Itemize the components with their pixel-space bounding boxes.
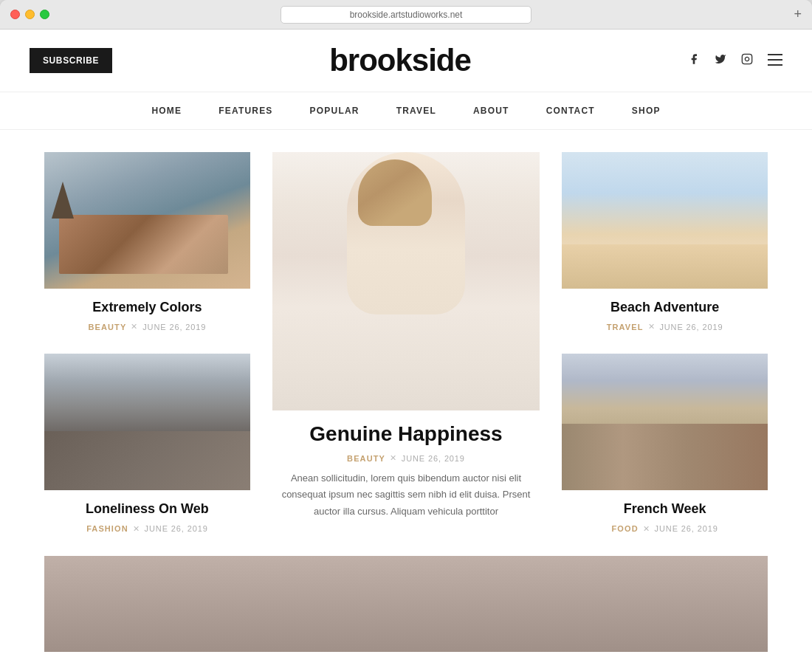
nav-popular[interactable]: POPULAR — [310, 106, 359, 116]
website-content: SUBSCRIBE brookside HOME FEATURES — [0, 30, 812, 660]
post-genuine-happiness[interactable]: Genuine Happiness BEAUTY ✕ JUNE 26, 2019… — [272, 152, 540, 534]
post-title-french-week: French Week — [562, 501, 768, 518]
svg-rect-2 — [768, 54, 782, 55]
nav-about[interactable]: ABOUT — [473, 106, 509, 116]
nav-travel[interactable]: TRAVEL — [396, 106, 436, 116]
nav-contact[interactable]: CONTACT — [546, 106, 595, 116]
post-title-beach-adventure: Beach Adventure — [562, 299, 768, 316]
close-button[interactable] — [10, 10, 20, 19]
browser-window: brookside.artstudioworks.net + SUBSCRIBE… — [0, 0, 812, 660]
post-category-travel[interactable]: TRAVEL — [607, 323, 644, 331]
bottom-banner-image — [44, 556, 768, 652]
post-excerpt-genuine-happiness: Anean sollicitudin, lorem quis bibendum … — [272, 470, 540, 519]
post-title-loneliness: Loneliness On Web — [44, 501, 250, 518]
instagram-icon[interactable] — [741, 53, 753, 68]
post-image-girl — [272, 152, 540, 410]
post-category-food[interactable]: FOOD — [612, 524, 639, 533]
nav-home[interactable]: HOME — [151, 106, 182, 116]
post-meta-loneliness: FASHION ✕ JUNE 26, 2019 — [44, 524, 250, 534]
post-image-coastal — [44, 152, 250, 289]
social-icons-group — [688, 52, 782, 69]
nav-features[interactable]: FEATURES — [219, 106, 272, 116]
post-image-cliff — [44, 354, 250, 490]
post-extremely-colors[interactable]: Extremely Colors BEAUTY ✕ JUNE 26, 2019 — [44, 152, 250, 331]
new-tab-button[interactable]: + — [794, 7, 802, 22]
post-loneliness-on-web[interactable]: Loneliness On Web FASHION ✕ JUNE 26, 201… — [44, 354, 250, 533]
post-image-paris — [562, 354, 768, 490]
post-category-beauty[interactable]: BEAUTY — [89, 323, 127, 331]
browser-titlebar: brookside.artstudioworks.net + — [0, 0, 812, 30]
meta-separator-french: ✕ — [643, 524, 650, 534]
main-navigation: HOME FEATURES POPULAR TRAVEL ABOUT CONTA… — [0, 92, 812, 130]
site-header: SUBSCRIBE brookside — [0, 30, 812, 92]
post-date-extremely-colors: JUNE 26, 2019 — [142, 323, 206, 331]
post-meta-genuine-happiness: BEAUTY ✕ JUNE 26, 2019 — [272, 453, 540, 463]
hamburger-menu-icon[interactable] — [768, 52, 782, 69]
nav-shop[interactable]: SHOP — [632, 106, 661, 116]
post-title-extremely-colors: Extremely Colors — [44, 299, 250, 316]
post-category-beauty-featured[interactable]: BEAUTY — [347, 454, 385, 463]
post-date-genuine-happiness: JUNE 26, 2019 — [402, 454, 465, 463]
post-date-french-week: JUNE 26, 2019 — [655, 524, 718, 533]
maximize-button[interactable] — [40, 10, 49, 19]
post-beach-adventure[interactable]: Beach Adventure TRAVEL ✕ JUNE 26, 2019 — [562, 152, 768, 331]
meta-separator-featured: ✕ — [390, 453, 397, 463]
post-image-beach — [562, 152, 768, 289]
minimize-button[interactable] — [25, 10, 35, 19]
meta-separator-beach: ✕ — [648, 322, 656, 331]
url-text: brookside.artstudioworks.net — [350, 10, 463, 20]
facebook-icon[interactable] — [688, 53, 700, 68]
subscribe-button[interactable]: SUBSCRIBE — [30, 48, 112, 73]
post-date-loneliness: JUNE 26, 2019 — [145, 524, 208, 533]
window-controls — [10, 10, 49, 19]
post-category-fashion[interactable]: FASHION — [86, 524, 128, 533]
posts-grid: Extremely Colors BEAUTY ✕ JUNE 26, 2019 … — [44, 152, 768, 534]
svg-rect-3 — [768, 59, 782, 61]
post-date-beach-adventure: JUNE 26, 2019 — [659, 323, 723, 331]
twitter-icon[interactable] — [715, 53, 726, 68]
post-meta-extremely-colors: BEAUTY ✕ JUNE 26, 2019 — [44, 322, 250, 331]
meta-separator-loneliness: ✕ — [133, 524, 140, 534]
svg-rect-0 — [742, 54, 751, 63]
meta-separator: ✕ — [131, 322, 138, 331]
post-french-week[interactable]: French Week FOOD ✕ JUNE 26, 2019 — [562, 354, 768, 533]
post-meta-french-week: FOOD ✕ JUNE 26, 2019 — [562, 524, 768, 534]
svg-rect-4 — [768, 64, 782, 66]
address-bar[interactable]: brookside.artstudioworks.net — [281, 6, 531, 24]
add-tab-icon: + — [794, 7, 802, 21]
main-content: Extremely Colors BEAUTY ✕ JUNE 26, 2019 … — [0, 130, 812, 660]
post-title-genuine-happiness: Genuine Happiness — [272, 421, 540, 447]
site-logo: brookside — [329, 43, 471, 78]
post-meta-beach-adventure: TRAVEL ✕ JUNE 26, 2019 — [562, 322, 768, 331]
